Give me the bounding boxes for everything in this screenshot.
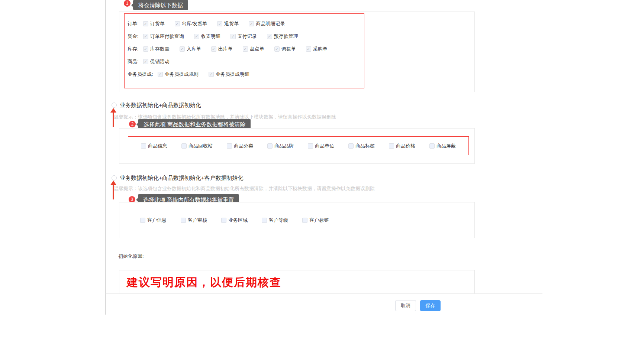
save-button[interactable]: 保存 xyxy=(420,300,441,311)
product-data-checkboxes: 商品信息商品回收站商品分类商品品牌商品单位商品标签商品价格商品屏蔽 xyxy=(141,143,456,149)
checkbox-label: 调拨单 xyxy=(281,46,296,52)
checkbox-item[interactable]: 商品分类 xyxy=(227,143,253,149)
checkbox-unchecked-icon xyxy=(221,218,226,223)
checkbox-checked-icon: ✓ xyxy=(231,34,236,39)
checkbox-checked-icon: ✓ xyxy=(243,46,248,52)
checkbox-label: 出库单 xyxy=(218,46,233,52)
radio-label: 业务数据初始化+商品数据初始化 xyxy=(120,102,201,109)
checkbox-item[interactable]: ✓入库单 xyxy=(180,46,201,52)
radio-icon xyxy=(112,175,117,181)
checkbox-item[interactable]: ✓订货单 xyxy=(143,20,165,27)
checkbox-item[interactable]: 客户信息 xyxy=(140,217,167,224)
checkbox-label: 客户等级 xyxy=(269,217,288,224)
checkbox-group-row: 商品:✓促销活动 xyxy=(128,55,364,68)
customer-data-box: 客户信息客户审核业务区域客户等级客户标签 xyxy=(119,202,475,238)
checkbox-item[interactable]: ✓出库单 xyxy=(211,46,233,52)
checkbox-item[interactable]: ✓采购单 xyxy=(306,46,328,52)
callout-1-tooltip: 将会清除以下数据 xyxy=(133,0,188,10)
reason-textarea[interactable]: 建议写明原因，以便后期核查 xyxy=(119,270,475,293)
checkbox-label: 商品信息 xyxy=(148,143,167,149)
checkbox-item[interactable]: ✓订单应付款查询 xyxy=(143,33,184,40)
checkbox-item[interactable]: ✓收支明细 xyxy=(194,33,220,40)
checkbox-item[interactable]: ✓出库/发货单 xyxy=(175,20,207,27)
checkbox-unchecked-icon xyxy=(181,143,187,149)
checkbox-checked-icon: ✓ xyxy=(274,46,280,52)
business-data-groups: 订单:✓订货单✓出库/发货单✓退货单✓商品明细记录资金:✓订单应付款查询✓收支明… xyxy=(128,17,364,81)
checkbox-checked-icon: ✓ xyxy=(175,21,180,26)
radio-option-all-data[interactable]: 业务数据初始化+商品数据初始化+客户数据初始化 xyxy=(112,173,244,183)
checkbox-checked-icon: ✓ xyxy=(306,46,311,52)
checkbox-unchecked-icon xyxy=(227,143,232,149)
checkbox-item[interactable]: 客户等级 xyxy=(262,217,288,224)
step-2-badge-icon: 2 xyxy=(129,121,136,127)
checkbox-item[interactable]: ✓商品明细记录 xyxy=(249,20,285,27)
checkbox-item[interactable]: 商品屏蔽 xyxy=(429,143,456,149)
checkbox-unchecked-icon xyxy=(429,143,435,149)
group-label: 商品: xyxy=(128,58,139,65)
checkbox-unchecked-icon xyxy=(389,143,394,149)
checkbox-checked-icon: ✓ xyxy=(267,34,272,39)
cancel-button[interactable]: 取消 xyxy=(395,300,416,311)
checkbox-label: 商品分类 xyxy=(234,143,253,149)
checkbox-checked-icon: ✓ xyxy=(180,46,185,52)
checkbox-list: ✓库存数量✓入库单✓出库单✓盘点单✓调拨单✓采购单 xyxy=(143,46,328,52)
checkbox-item[interactable]: 商品信息 xyxy=(141,143,167,149)
checkbox-item[interactable]: ✓退货单 xyxy=(217,20,239,27)
checkbox-checked-icon: ✓ xyxy=(249,21,254,26)
checkbox-item[interactable]: 业务区域 xyxy=(221,217,248,224)
checkbox-label: 业务员提成规则 xyxy=(165,71,199,78)
checkbox-label: 入库单 xyxy=(187,46,201,52)
checkbox-item[interactable]: 商品单位 xyxy=(308,143,334,149)
product-data-box: 商品信息商品回收站商品分类商品品牌商品单位商品标签商品价格商品屏蔽 xyxy=(119,128,475,164)
checkbox-label: 客户标签 xyxy=(309,217,329,224)
checkbox-label: 订货单 xyxy=(150,20,165,27)
checkbox-list: ✓订单应付款查询✓收支明细✓支付记录✓预存款管理 xyxy=(143,33,298,40)
checkbox-item[interactable]: 客户审核 xyxy=(181,217,207,224)
radio-option-business-product[interactable]: 业务数据初始化+商品数据初始化 xyxy=(112,100,201,110)
checkbox-item[interactable]: 商品品牌 xyxy=(267,143,294,149)
red-arrow-shaft xyxy=(113,112,114,127)
checkbox-label: 订单应付款查询 xyxy=(150,33,184,40)
checkbox-checked-icon: ✓ xyxy=(194,34,199,39)
checkbox-label: 盘点单 xyxy=(250,46,264,52)
checkbox-group-row: 订单:✓订货单✓出库/发货单✓退货单✓商品明细记录 xyxy=(128,17,364,30)
group-label: 业务员提成: xyxy=(128,71,153,78)
step-1-badge-icon: 1 xyxy=(124,0,130,7)
reason-label: 初始化原因: xyxy=(118,253,144,260)
checkbox-label: 支付记录 xyxy=(238,33,257,40)
group-label: 资金: xyxy=(128,33,139,40)
checkbox-item[interactable]: ✓库存数量 xyxy=(143,46,170,52)
checkbox-item[interactable]: 商品价格 xyxy=(389,143,415,149)
checkbox-checked-icon: ✓ xyxy=(143,34,148,39)
checkbox-item[interactable]: ✓预存款管理 xyxy=(267,33,298,40)
checkbox-item[interactable]: ✓盘点单 xyxy=(243,46,264,52)
group-label: 库存: xyxy=(128,46,139,52)
checkbox-item[interactable]: ✓促销活动 xyxy=(143,58,170,65)
checkbox-label: 退货单 xyxy=(224,20,239,27)
checkbox-checked-icon: ✓ xyxy=(211,46,216,52)
group-label: 订单: xyxy=(128,20,139,27)
checkbox-label: 收支明细 xyxy=(201,33,220,40)
checkbox-item[interactable]: 客户标签 xyxy=(302,217,329,224)
checkbox-checked-icon: ✓ xyxy=(217,21,222,26)
checkbox-item[interactable]: ✓业务员提成规则 xyxy=(158,71,199,78)
checkbox-group-row: 库存:✓库存数量✓入库单✓出库单✓盘点单✓调拨单✓采购单 xyxy=(128,43,364,55)
data-initialization-page: 1 将会清除以下数据 订单:✓订货单✓出库/发货单✓退货单✓商品明细记录资金:✓… xyxy=(0,0,622,364)
checkbox-item[interactable]: 商品回收站 xyxy=(181,143,213,149)
checkbox-unchecked-icon xyxy=(262,218,267,223)
checkbox-item[interactable]: ✓业务员提成明细 xyxy=(209,71,249,78)
checkbox-checked-icon: ✓ xyxy=(143,46,148,52)
option3-hint: 温馨提示：该选项包含业务数据初始化和商品数据初始化所有数据清除，并清除以下模块数… xyxy=(114,185,375,192)
checkbox-item[interactable]: ✓支付记录 xyxy=(231,33,257,40)
product-data-red-frame: 商品信息商品回收站商品分类商品品牌商品单位商品标签商品价格商品屏蔽 xyxy=(128,136,469,155)
checkbox-list: ✓订货单✓出库/发货单✓退货单✓商品明细记录 xyxy=(143,20,285,27)
customer-data-checkboxes: 客户信息客户审核业务区域客户等级客户标签 xyxy=(140,217,329,224)
checkbox-item[interactable]: 商品标签 xyxy=(348,143,375,149)
checkbox-checked-icon: ✓ xyxy=(158,72,163,77)
checkbox-group-row: 资金:✓订单应付款查询✓收支明细✓支付记录✓预存款管理 xyxy=(128,30,364,43)
business-data-red-frame: 订单:✓订货单✓出库/发货单✓退货单✓商品明细记录资金:✓订单应付款查询✓收支明… xyxy=(124,13,364,88)
checkbox-checked-icon: ✓ xyxy=(143,21,148,26)
checkbox-label: 客户审核 xyxy=(188,217,207,224)
checkbox-item[interactable]: ✓调拨单 xyxy=(274,46,296,52)
reason-annotation: 建议写明原因，以便后期核查 xyxy=(127,275,281,290)
